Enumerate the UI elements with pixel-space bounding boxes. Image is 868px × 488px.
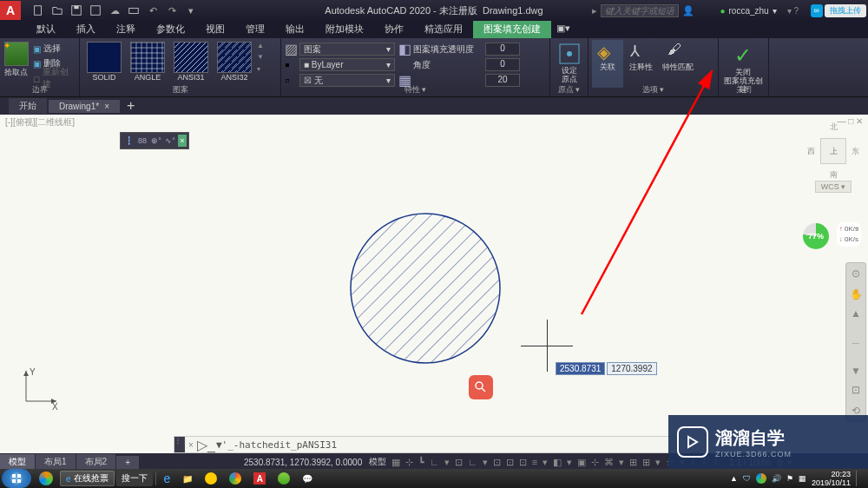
tab-layout2[interactable]: 布局2 <box>76 454 116 470</box>
tray-clock[interactable]: 20:23 2019/10/11 <box>812 470 851 487</box>
nav-east[interactable]: 东 <box>852 146 859 157</box>
search-user-icon[interactable]: 👤 <box>682 5 694 16</box>
pattern-solid[interactable]: SOLID <box>83 40 125 88</box>
cmd-close-icon[interactable]: × <box>185 440 197 450</box>
coord-x-input[interactable]: 2530.8731 <box>556 362 605 375</box>
new-icon[interactable] <box>31 3 45 17</box>
tab-addins[interactable]: 附加模块 <box>315 21 374 38</box>
pick-points-button[interactable]: ✦ 拾取点 <box>3 40 29 88</box>
tab-hatch-creation[interactable]: 图案填充创建 <box>473 21 551 38</box>
task-chrome[interactable] <box>224 471 247 486</box>
options-label[interactable]: 选项 ▾ <box>589 84 718 96</box>
tab-close-icon[interactable]: × <box>104 102 109 111</box>
viewcube[interactable]: 北 西 上 东 南 WCS ▾ <box>807 122 859 193</box>
ft-close-icon[interactable]: × <box>178 135 187 147</box>
nav-west[interactable]: 西 <box>807 146 815 157</box>
ft-icon-1[interactable]: ┇ <box>122 135 135 147</box>
tab-view[interactable]: 视图 <box>195 21 235 38</box>
cmd-grip[interactable]: ⋮⋮ <box>174 437 185 452</box>
nav-zoom-extents-icon[interactable]: ⊡ <box>848 382 864 398</box>
undo-icon[interactable]: ↶ <box>146 3 160 17</box>
set-origin-button[interactable]: 设定原点 <box>554 40 584 88</box>
tray-net-icon[interactable]: 🔊 <box>772 474 781 483</box>
command-line[interactable]: ⋮⋮ × ▷_ ▼'_-hatchedit_pANSI31 <box>174 436 677 453</box>
pattern-angle[interactable]: ANGLE <box>127 40 168 88</box>
tab-expand-icon[interactable]: ▣▾ <box>551 21 575 38</box>
tab-annotate[interactable]: 注释 <box>106 21 146 38</box>
scroll-down-icon[interactable]: ▼ <box>257 53 267 61</box>
share-button[interactable]: 拖拽上传 <box>825 4 866 17</box>
task-autocad[interactable]: A <box>248 471 271 486</box>
ft-icon-2[interactable]: 88 <box>136 135 148 147</box>
task-ticket[interactable]: e在线抢票 <box>60 471 115 486</box>
nav-south[interactable]: 南 <box>807 169 859 181</box>
cloud-icon[interactable]: ☁ <box>108 3 122 17</box>
tab-default[interactable]: 默认 <box>26 21 66 38</box>
task-search[interactable]: 搜一下 <box>116 471 153 486</box>
tab-parametric[interactable]: 参数化 <box>146 21 195 38</box>
tray-shield-icon[interactable]: 🛡 <box>743 474 751 483</box>
hatch-type-dropdown[interactable]: 图案▾ <box>299 43 395 56</box>
tab-model[interactable]: 模型 <box>0 454 35 470</box>
scroll-expand-icon[interactable]: ▾ <box>257 65 267 73</box>
layer-dropdown[interactable]: ■ ByLayer▾ <box>299 58 395 71</box>
recreate-button[interactable]: ◻重新创建 <box>30 71 76 85</box>
nav-wheel-icon[interactable]: ⊙ <box>848 266 864 281</box>
tab-featured[interactable]: 精选应用 <box>414 21 473 38</box>
tray-360-icon[interactable] <box>756 473 766 484</box>
annotative-button[interactable]: ⅄ 注释性 <box>625 40 656 88</box>
cmd-text[interactable]: ▼'_-hatchedit_pANSI31 <box>213 439 676 451</box>
nav-pan-icon[interactable]: ✋ <box>848 287 864 302</box>
ucs-icon[interactable]: Y X <box>17 366 61 410</box>
performance-meter[interactable]: 77% <box>803 223 829 249</box>
coord-y-input[interactable]: 1270.3992 <box>607 362 656 375</box>
properties-label[interactable]: 特性 ▾ <box>281 84 549 96</box>
tab-layout1[interactable]: 布局1 <box>36 454 76 470</box>
hatched-circle[interactable] <box>347 210 503 366</box>
help-icon[interactable]: ▾ ? <box>787 6 799 16</box>
pattern-scroll[interactable]: ▲ ▼ ▾ <box>257 40 267 75</box>
task-music[interactable] <box>200 471 222 486</box>
tray-flag-icon[interactable]: ⚑ <box>786 474 793 483</box>
tab-drawing1[interactable]: Drawing1* × <box>49 100 120 113</box>
nav-top-face[interactable]: 上 <box>820 138 846 164</box>
pattern-ansi31[interactable]: ANSI31 <box>170 40 212 88</box>
task-app2[interactable] <box>273 471 295 486</box>
redo-icon[interactable]: ↷ <box>165 3 179 17</box>
open-icon[interactable] <box>50 3 64 17</box>
search-overlay-icon[interactable] <box>469 375 493 399</box>
search-chevron-icon[interactable]: ▸ <box>592 5 597 16</box>
saveas-icon[interactable] <box>89 3 102 17</box>
tab-start[interactable]: 开始 <box>9 98 47 114</box>
status-model[interactable]: 模型 <box>369 456 386 468</box>
tab-collab[interactable]: 协作 <box>374 21 414 38</box>
plot-icon[interactable] <box>127 3 141 17</box>
title-user[interactable]: ● rocca_zhu ▾ ▾ ? <box>720 6 799 16</box>
task-explorer[interactable]: 📁 <box>177 471 198 486</box>
search-input[interactable] <box>601 4 679 17</box>
pattern-ansi32[interactable]: ANSI32 <box>214 40 255 88</box>
perf-close-icon[interactable]: × <box>855 223 859 234</box>
match-props-button[interactable]: 🖌 特性匹配 <box>658 40 698 88</box>
drawing-canvas[interactable]: [-][俯视][二维线框] — □ ✕ ┇ 88 ⊕° ∿° × 2530.87… <box>0 115 868 453</box>
transparency-input[interactable]: 0 <box>485 43 520 56</box>
show-desktop[interactable] <box>856 471 863 486</box>
start-button[interactable] <box>2 469 31 488</box>
save-icon[interactable] <box>69 3 83 17</box>
task-ie[interactable]: e <box>159 471 176 486</box>
scroll-up-icon[interactable]: ▲ <box>257 42 267 49</box>
floating-toolbar[interactable]: ┇ 88 ⊕° ∿° × <box>120 132 189 149</box>
wcs-label[interactable]: WCS ▾ <box>815 181 852 193</box>
task-wechat[interactable]: 💬 <box>297 471 318 486</box>
tab-insert[interactable]: 插入 <box>66 21 106 38</box>
ft-icon-4[interactable]: ∿° <box>164 135 176 147</box>
associative-button[interactable]: ◈ 关联 <box>592 40 623 88</box>
nav-north[interactable]: 北 <box>807 122 859 133</box>
ft-icon-3[interactable]: ⊕° <box>150 135 162 147</box>
tab-manage[interactable]: 管理 <box>235 21 275 38</box>
qat-dropdown-icon[interactable]: ▾ <box>184 3 198 17</box>
task-360[interactable] <box>34 471 58 486</box>
tray-lang-icon[interactable]: ▦ <box>799 474 806 483</box>
tab-new-icon[interactable]: + <box>122 98 140 114</box>
tab-layout-add[interactable]: + <box>116 456 139 469</box>
